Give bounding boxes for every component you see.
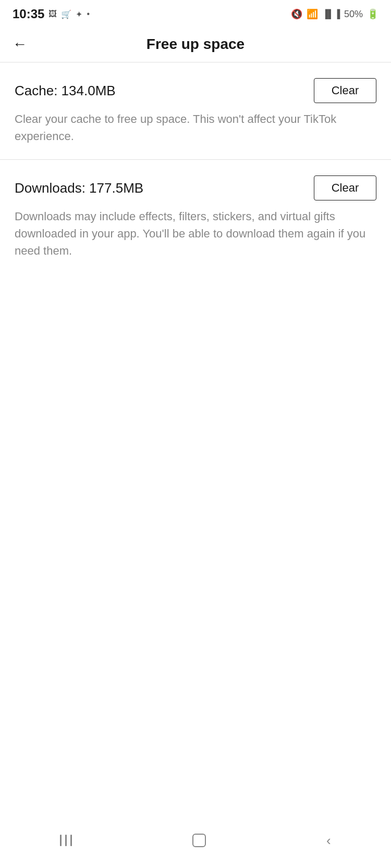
nav-back-button[interactable]: ‹ [311,828,347,852]
wifi-icon: 📶 [307,8,318,20]
cache-section: Cache: 134.0MB Clear Clear your cache to… [0,62,391,159]
clear-downloads-button[interactable]: Clear [314,175,376,200]
nav-home-button[interactable] [177,828,222,852]
nav-menu-button[interactable] [44,829,88,851]
mute-icon: 🔇 [291,8,302,20]
status-left: 10:35 🖼 🛒 ✦ • [13,7,90,21]
cache-description: Clear your cache to free up space. This … [15,110,376,145]
cache-title: Cache: 134.0MB [15,83,116,99]
battery-text: 50% [344,9,363,20]
status-right-icons: 🔇 📶 ▐▌▐ 50% 🔋 [291,8,378,20]
battery-icon: 🔋 [367,8,378,20]
back-arrow-icon: ← [13,36,27,53]
menu-bars-icon [60,835,72,846]
dot-icon: • [87,9,90,19]
bottom-nav: ‹ [0,818,391,868]
back-button[interactable]: ← [13,36,27,53]
downloads-description: Downloads may include effects, filters, … [15,208,376,259]
grid-icon: ✦ [76,9,82,19]
signal-icon: ▐▌▐ [322,9,340,19]
status-time: 10:35 [13,7,44,21]
status-bar: 10:35 🖼 🛒 ✦ • 🔇 📶 ▐▌▐ 50% 🔋 [0,0,391,26]
page-title: Free up space [146,36,245,53]
downloads-section-header: Downloads: 177.5MB Clear [15,175,376,200]
shop-icon: 🛒 [61,9,71,19]
chevron-left-icon: ‹ [326,834,331,847]
downloads-title: Downloads: 177.5MB [15,180,143,196]
home-square-icon [192,834,206,847]
header: ← Free up space [0,26,391,62]
downloads-section: Downloads: 177.5MB Clear Downloads may i… [0,160,391,274]
cache-section-header: Cache: 134.0MB Clear [15,78,376,103]
clear-cache-button[interactable]: Clear [314,78,376,103]
photo-icon: 🖼 [48,9,57,19]
main-content: Cache: 134.0MB Clear Clear your cache to… [0,62,391,818]
